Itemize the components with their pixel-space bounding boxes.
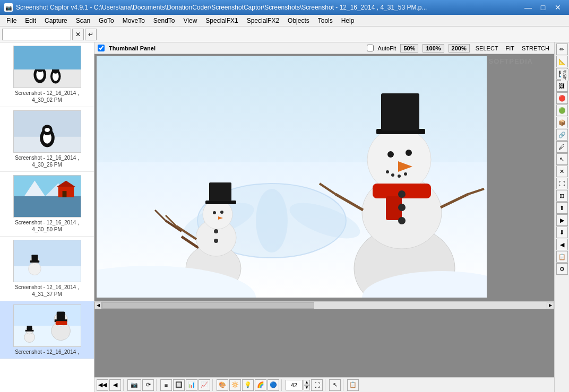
scroll-right-button[interactable]: ▶	[547, 302, 554, 309]
bt-btn-menu3[interactable]: 📊	[186, 379, 197, 391]
rt-btn-red[interactable]: 🔴	[556, 92, 568, 104]
menu-sendto[interactable]: SendTo	[149, 16, 179, 25]
scroll-thumb[interactable]	[102, 302, 314, 309]
thumbnail-item-2[interactable]: Screenshot - 12_16_2014 ,4_30_26 PM	[0, 107, 94, 172]
rt-btn-settings[interactable]: ⚙	[556, 263, 568, 275]
rt-btn-left-tool[interactable]: ◀	[556, 239, 568, 250]
horizontal-scrollbar[interactable]: ◀ ▶	[94, 301, 554, 309]
menu-tools[interactable]: Tools	[314, 16, 337, 25]
zoom-100-button[interactable]: 100%	[423, 44, 444, 53]
fit-label[interactable]: FIT	[504, 45, 516, 51]
thumbnail-panel-label: Thumbnail Panel	[109, 45, 156, 51]
bt-btn-fullscreen[interactable]: ⛶	[311, 379, 323, 391]
bt-btn-menu4[interactable]: 📈	[199, 379, 210, 391]
thumbnail-item-3[interactable]: Screenshot - 12_16_2014 ,4_30_50 PM	[0, 172, 94, 237]
svg-point-72	[398, 175, 401, 178]
search-button[interactable]: ↵	[85, 29, 97, 40]
svg-rect-8	[14, 46, 81, 69]
thumbnail-item-5[interactable]: Screenshot - 12_16_2014 ,	[0, 301, 94, 359]
svg-rect-21	[62, 191, 66, 197]
menu-capture[interactable]: Capture	[40, 16, 72, 25]
svg-point-74	[398, 190, 406, 198]
bt-btn-color3[interactable]: 💡	[242, 379, 254, 391]
menu-file[interactable]: File	[2, 16, 21, 25]
zoom-percent-label: 45%	[561, 69, 569, 81]
bt-btn-cursor[interactable]: ↖	[329, 379, 341, 391]
svg-rect-29	[14, 326, 81, 346]
menu-scan[interactable]: Scan	[72, 16, 94, 25]
svg-rect-23	[14, 266, 81, 282]
menu-help[interactable]: Help	[337, 16, 359, 25]
zoom-200-button[interactable]: 200%	[449, 44, 470, 53]
autofit-checkbox[interactable]	[367, 45, 374, 51]
menu-goto[interactable]: GoTo	[94, 16, 118, 25]
rt-btn-up[interactable]: ⬆	[556, 202, 568, 214]
rt-btn-expand2[interactable]: ⊞	[556, 190, 568, 202]
menu-view[interactable]: View	[179, 16, 202, 25]
bt-btn-color5[interactable]: 🔵	[268, 379, 279, 391]
bt-btn-color1[interactable]: 🎨	[217, 379, 228, 391]
window-title: Screenshot Captor v4.9.1 - C:\Users\ana\…	[16, 4, 521, 11]
thumbnail-item-1[interactable]: Screenshot - 12_16_2014 ,4_30_02 PM	[0, 42, 94, 107]
thumbnail-label-1: Screenshot - 12_16_2014 ,4_30_02 PM	[15, 90, 79, 103]
scroll-track[interactable]	[102, 302, 547, 309]
rt-btn-draw[interactable]: 🖊	[556, 141, 568, 153]
rt-btn-cross[interactable]: ✕	[556, 165, 568, 177]
maximize-button[interactable]: □	[536, 2, 550, 13]
thumbnail-image-2	[13, 110, 81, 153]
rt-btn-pen[interactable]: ✏	[556, 43, 568, 55]
bt-btn-copy[interactable]: 📋	[347, 379, 359, 391]
zoom-down-button[interactable]: ▼	[304, 385, 310, 390]
bt-separator-3	[212, 379, 214, 391]
clear-button[interactable]: ✕	[72, 29, 84, 40]
bt-btn-refresh[interactable]: ⟳	[142, 379, 154, 391]
menu-objects[interactable]: Objects	[283, 16, 314, 25]
zoom-50-button[interactable]: 50%	[400, 44, 418, 53]
rt-btn-expand[interactable]: ⛶	[556, 178, 568, 189]
scroll-left-button[interactable]: ◀	[94, 302, 102, 309]
rt-btn-down[interactable]: ⬇	[556, 227, 568, 238]
toolbar: ✕ ↵	[0, 27, 569, 42]
svg-point-68	[406, 150, 412, 156]
rt-btn-cursor-tool[interactable]: ↖	[556, 153, 568, 165]
image-display[interactable]: SOFTPEDIA ◀ ▶	[94, 54, 554, 377]
rt-btn-image[interactable]: 🖼	[556, 80, 568, 92]
svg-point-71	[391, 173, 394, 177]
bt-btn-capture[interactable]: 📷	[127, 379, 141, 391]
minimize-button[interactable]: —	[521, 2, 535, 13]
bt-btn-2[interactable]: ◀	[109, 379, 121, 391]
autofit-label: AutoFit	[378, 45, 396, 51]
zoom-value-input[interactable]: 42	[286, 380, 303, 390]
bt-separator-4	[281, 379, 283, 391]
bt-btn-color4[interactable]: 🌈	[255, 379, 266, 391]
rt-btn-link[interactable]: 🔗	[556, 129, 568, 141]
zoom-up-button[interactable]: ▲	[304, 380, 310, 385]
rt-btn-copy2[interactable]: 📋	[556, 251, 568, 263]
rt-btn-measure[interactable]: 📐	[556, 56, 568, 67]
main-image	[97, 56, 487, 298]
bt-btn-1[interactable]: ◀◀	[97, 379, 108, 391]
rt-btn-package[interactable]: 📦	[556, 117, 568, 128]
thumbnail-panel-checkbox[interactable]	[98, 45, 105, 51]
thumbnail-item-4[interactable]: Screenshot - 12_16_2014 ,4_31_37 PM	[0, 237, 94, 301]
menu-edit[interactable]: Edit	[21, 16, 40, 25]
bt-btn-menu2[interactable]: 🔲	[173, 379, 185, 391]
search-input[interactable]	[2, 29, 71, 40]
stretch-label[interactable]: STRETCH	[520, 45, 551, 51]
thumbnail-label-2: Screenshot - 12_16_2014 ,4_30_26 PM	[15, 154, 79, 168]
close-button[interactable]: ✕	[551, 2, 565, 13]
rt-btn-green[interactable]: 🟢	[556, 104, 568, 116]
svg-rect-36	[56, 311, 65, 320]
select-label[interactable]: SELECT	[474, 45, 500, 51]
svg-rect-26	[31, 255, 38, 261]
svg-rect-51	[205, 201, 236, 204]
bt-btn-color2[interactable]: 🔆	[229, 379, 241, 391]
bt-btn-menu1[interactable]: ≡	[160, 379, 172, 391]
menu-specialfx1[interactable]: SpecialFX1	[201, 16, 242, 25]
menu-moveto[interactable]: MoveTo	[118, 16, 149, 25]
rt-btn-right[interactable]: ▶	[556, 214, 568, 226]
window-controls: — □ ✕	[521, 2, 565, 13]
menu-specialfx2[interactable]: SpecialFX2	[243, 16, 283, 25]
title-bar: 📷 Screenshot Captor v4.9.1 - C:\Users\an…	[0, 0, 569, 15]
bt-separator-1	[123, 379, 125, 391]
